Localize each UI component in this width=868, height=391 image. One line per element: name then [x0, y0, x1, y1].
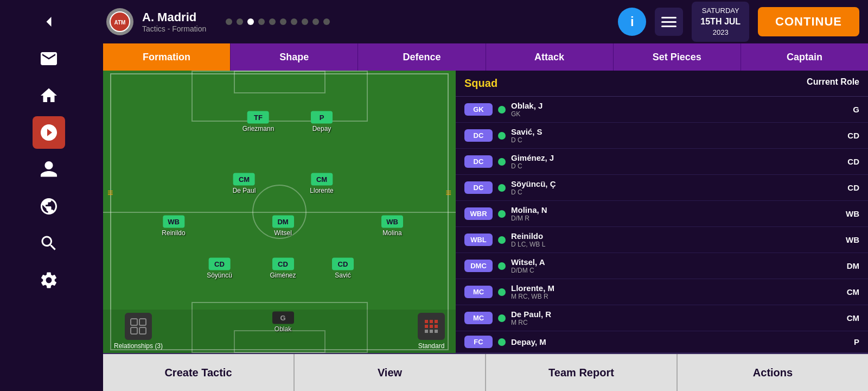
squad-player-pos-0: GK: [511, 110, 838, 118]
header-dot-9[interactable]: [323, 18, 330, 25]
squad-row-soyuncu[interactable]: DC Söyüncü, Ç D C CD: [456, 175, 868, 201]
player-depaul[interactable]: CM De Paul: [233, 173, 256, 194]
header-dot-0[interactable]: [226, 18, 232, 25]
header-dot-2[interactable]: [247, 18, 254, 25]
relationships-control[interactable]: Relationships (3): [114, 313, 163, 350]
sidebar-search[interactable]: [33, 227, 65, 260]
squad-row-depaul[interactable]: MC De Paul, R M RC CM: [456, 305, 868, 331]
squad-role-8: CM: [838, 313, 859, 323]
standard-control[interactable]: Standard: [418, 313, 445, 350]
squad-row-llorente[interactable]: MC Llorente, M M RC, WB R CM: [456, 279, 868, 305]
svg-rect-10: [430, 325, 433, 328]
squad-indicator-0: [498, 106, 506, 113]
squad-row-molina[interactable]: WBR Molina, N D/M R WB: [456, 201, 868, 227]
player-name-savic: Savić: [335, 272, 350, 279]
squad-player-pos-7: M RC, WB R: [511, 293, 838, 300]
squad-player-info-0: Oblak, J GK: [511, 101, 838, 118]
header-dot-4[interactable]: [269, 18, 276, 25]
squad-role-1: CD: [838, 131, 859, 140]
info-button[interactable]: i: [618, 8, 646, 36]
tab-set-pieces[interactable]: Set Pieces: [614, 43, 741, 71]
player-name-gimenez: Giménez: [270, 272, 296, 279]
squad-role-0: G: [838, 105, 859, 114]
sidebar-manager[interactable]: [33, 153, 65, 186]
sidebar: [0, 0, 98, 391]
squad-pos-mc2: MC: [464, 312, 493, 324]
player-depay[interactable]: P Depay: [311, 111, 333, 132]
squad-player-name-8: De Paul, R: [511, 310, 838, 319]
squad-player-name-9: Depay, M: [511, 337, 838, 346]
squad-indicator-4: [498, 210, 506, 218]
header-dot-3[interactable]: [258, 18, 265, 25]
player-griezmann[interactable]: TF Griezmann: [242, 111, 275, 132]
squad-role-2: CD: [838, 157, 859, 166]
continue-button[interactable]: CONTINUE: [758, 7, 859, 36]
svg-rect-13: [430, 330, 433, 333]
menu-button[interactable]: [655, 8, 683, 36]
back-button[interactable]: [33, 5, 65, 38]
standard-icon: [418, 313, 445, 340]
pos-badge-cm2: CM: [311, 173, 333, 186]
header-dot-8[interactable]: [312, 18, 319, 25]
date-line3: 2023: [700, 28, 741, 37]
header-dot-7[interactable]: [302, 18, 308, 25]
squad-player-name-1: Savić, S: [511, 127, 838, 136]
player-molina[interactable]: WB Molina: [381, 216, 403, 237]
player-name-molina: Molina: [382, 229, 401, 237]
player-savic[interactable]: CD Savić: [332, 258, 354, 279]
svg-rect-5: [139, 327, 146, 334]
squad-row-witsel[interactable]: DMC Witsel, A D/DM C DM: [456, 253, 868, 279]
pos-badge-tf: TF: [247, 111, 269, 123]
squad-player-pos-6: D/DM C: [511, 267, 838, 274]
sidebar-globe[interactable]: [33, 190, 65, 223]
player-llorente[interactable]: CM Llorente: [310, 173, 333, 194]
squad-row-gimenez[interactable]: DC Giménez, J D C CD: [456, 149, 868, 175]
pos-badge-cd3: CD: [332, 258, 354, 270]
pos-badge-cm1: CM: [233, 173, 255, 186]
svg-rect-6: [425, 320, 428, 323]
squad-player-info-4: Molina, N D/M R: [511, 205, 838, 222]
squad-indicator-1: [498, 132, 506, 140]
player-soyuncu[interactable]: CD Söyüncü: [207, 258, 232, 279]
player-reinildo[interactable]: WB Reinildo: [162, 216, 185, 237]
squad-row-savic[interactable]: DC Savić, S D C CD: [456, 123, 868, 149]
tab-defence[interactable]: Defence: [358, 43, 486, 71]
team-logo: ATM: [106, 8, 133, 35]
squad-row-depay-fc[interactable]: FC Depay, M P: [456, 331, 868, 353]
squad-pos-dmc: DMC: [464, 260, 493, 272]
player-name-depaul: De Paul: [233, 187, 256, 194]
squad-pos-fc: FC: [464, 336, 493, 348]
actions-button[interactable]: Actions: [678, 354, 868, 391]
tabs-bar: Formation Shape Defence Attack Set Piece…: [103, 43, 868, 71]
relationships-icon: [125, 313, 152, 340]
header-dot-1[interactable]: [237, 18, 243, 25]
tab-formation[interactable]: Formation: [103, 43, 231, 71]
sidebar-mail[interactable]: [33, 42, 65, 75]
svg-rect-7: [430, 320, 433, 323]
squad-player-name-0: Oblak, J: [511, 101, 838, 110]
header-dot-6[interactable]: [291, 18, 297, 25]
squad-player-pos-3: D C: [511, 188, 838, 196]
bottom-bar: Create Tactic View Team Report Actions: [103, 353, 868, 391]
squad-pos-wbl: WBL: [464, 234, 493, 246]
squad-row-reinildo[interactable]: WBL Reinildo D LC, WB L WB: [456, 227, 868, 253]
squad-player-name-2: Giménez, J: [511, 153, 838, 162]
squad-row-oblak[interactable]: GK Oblak, J GK G: [456, 97, 868, 123]
tab-shape[interactable]: Shape: [231, 43, 358, 71]
tab-attack[interactable]: Attack: [486, 43, 614, 71]
view-button[interactable]: View: [295, 354, 486, 391]
team-report-button[interactable]: Team Report: [486, 354, 678, 391]
player-witsel[interactable]: DM Witsel: [272, 216, 294, 237]
player-name-depay: Depay: [312, 124, 331, 132]
header-dot-5[interactable]: [280, 18, 286, 25]
sidebar-team[interactable]: [33, 116, 65, 149]
tab-captain[interactable]: Captain: [741, 43, 868, 71]
sidebar-home[interactable]: [33, 79, 65, 112]
squad-role-header: Current Role: [807, 77, 859, 90]
player-gimenez[interactable]: CD Giménez: [270, 258, 296, 279]
pos-badge-cd1: CD: [208, 258, 230, 270]
squad-indicator-7: [498, 288, 506, 296]
create-tactic-button[interactable]: Create Tactic: [103, 354, 295, 391]
squad-pos-dc2: DC: [464, 155, 493, 168]
sidebar-settings[interactable]: [33, 264, 65, 297]
